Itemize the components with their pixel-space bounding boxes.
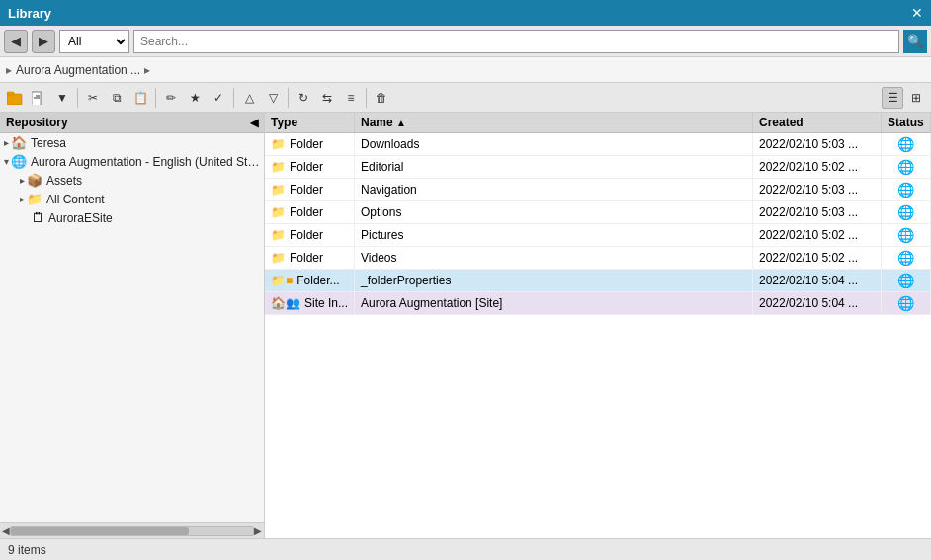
- list-view-button[interactable]: ☰: [882, 87, 903, 109]
- cell-status: 🌐: [882, 224, 931, 247]
- refresh-button[interactable]: ↻: [293, 87, 314, 109]
- col-header-name[interactable]: Name ▲: [355, 113, 753, 133]
- scroll-left-arrow[interactable]: ◀: [2, 525, 10, 536]
- cell-status: 🌐: [882, 292, 931, 315]
- sidebar-item-assets[interactable]: ▸ 📦 Assets: [0, 171, 264, 190]
- approve-button[interactable]: ✓: [208, 87, 229, 109]
- cell-created: 2022/02/10 5:04 ...: [753, 292, 882, 315]
- edit-button[interactable]: ✏: [160, 87, 182, 109]
- cell-name: Pictures: [355, 224, 753, 247]
- scroll-track[interactable]: [10, 526, 254, 536]
- teresa-label: Teresa: [31, 136, 66, 150]
- sidebar-item-auroraEsite[interactable]: 🗒 AuroraESite: [0, 208, 264, 227]
- teresa-home-icon: 🏠: [11, 135, 27, 150]
- sync-button[interactable]: ⇆: [316, 87, 338, 109]
- aurora-label: Aurora Augmentation - English (United St…: [31, 155, 260, 169]
- col-header-type[interactable]: Type: [265, 113, 355, 133]
- status-globe-icon: 🌐: [897, 204, 914, 220]
- cell-created: 2022/02/10 5:03 ...: [753, 179, 882, 201]
- status-globe-icon: 🌐: [897, 227, 914, 243]
- copy-button[interactable]: ⧉: [106, 87, 127, 109]
- svg-rect-1: [7, 92, 14, 95]
- sidebar-item-allcontent[interactable]: ▸ 📁 All Content: [0, 190, 264, 208]
- favorite-button[interactable]: ★: [184, 87, 206, 109]
- filter-dropdown[interactable]: All Folders Assets: [59, 30, 129, 53]
- col-header-status[interactable]: Status: [882, 113, 931, 133]
- cell-created: 2022/02/10 5:04 ...: [753, 270, 882, 292]
- cell-type: 📁■Folder...: [265, 270, 355, 292]
- aurora-arrow[interactable]: ▾: [4, 156, 9, 167]
- cell-created: 2022/02/10 5:02 ...: [753, 247, 882, 270]
- dropdown-arrow-button[interactable]: ▼: [51, 87, 73, 109]
- type-label: Folder: [290, 137, 323, 151]
- status-globe-icon: 🌐: [897, 182, 914, 198]
- forward-button[interactable]: ▶: [32, 30, 55, 53]
- scroll-right-arrow[interactable]: ▶: [254, 525, 262, 536]
- paste-button[interactable]: 📋: [129, 87, 151, 109]
- type-label: Folder: [290, 205, 323, 219]
- table-row[interactable]: 📁FolderOptions2022/02/10 5:03 ...🌐: [265, 201, 931, 224]
- cell-status: 🌐: [882, 179, 931, 201]
- grid-view-button[interactable]: ⊞: [905, 87, 927, 109]
- view-toggle-group: ☰ ⊞: [882, 87, 927, 109]
- cell-name: Aurora Augmentation [Site]: [355, 292, 753, 315]
- cell-status: 🌐: [882, 270, 931, 292]
- new-folder-button[interactable]: [4, 87, 26, 109]
- next-button[interactable]: ▽: [262, 87, 284, 109]
- table-row[interactable]: 📁FolderDownloads2022/02/10 5:03 ...🌐: [265, 133, 931, 156]
- main-area: Repository ◀ ▸ 🏠 Teresa ▾ 🌐 Aurora Augme…: [0, 113, 931, 538]
- table-row[interactable]: 📁FolderEditorial2022/02/10 5:02 ...🌐: [265, 156, 931, 179]
- breadcrumb-root-sep: ▸: [6, 63, 12, 77]
- delete-button[interactable]: 🗑: [371, 87, 392, 109]
- cell-name: Videos: [355, 247, 753, 270]
- cell-name: Downloads: [355, 133, 753, 156]
- status-globe-icon: 🌐: [897, 273, 914, 288]
- table-row[interactable]: 🏠👥Site In...Aurora Augmentation [Site]20…: [265, 292, 931, 315]
- options-button[interactable]: ≡: [340, 87, 362, 109]
- new-item-button[interactable]: [28, 87, 49, 109]
- sidebar-item-aurora[interactable]: ▾ 🌐 Aurora Augmentation - English (Unite…: [0, 152, 264, 171]
- assets-label: Assets: [46, 174, 82, 188]
- back-button[interactable]: ◀: [4, 30, 28, 53]
- allcontent-arrow[interactable]: ▸: [20, 194, 25, 204]
- type-label: Folder: [290, 228, 323, 242]
- cell-created: 2022/02/10 5:02 ...: [753, 224, 882, 247]
- aurora-globe-icon: 🌐: [11, 154, 27, 169]
- toolbar: ▼ ✂ ⧉ 📋 ✏ ★ ✓ △ ▽ ↻ ⇆ ≡ 🗑 ☰ ⊞: [0, 83, 931, 113]
- type-icon: 📁: [271, 205, 286, 219]
- assets-arrow[interactable]: ▸: [20, 175, 25, 186]
- teresa-arrow[interactable]: ▸: [4, 137, 9, 148]
- col-header-created[interactable]: Created: [753, 113, 882, 133]
- table-row[interactable]: 📁FolderNavigation2022/02/10 5:03 ...🌐: [265, 179, 931, 201]
- table-header-row: Type Name ▲ Created Status: [265, 113, 931, 133]
- close-button[interactable]: ✕: [911, 5, 923, 21]
- sidebar-tree: ▸ 🏠 Teresa ▾ 🌐 Aurora Augmentation - Eng…: [0, 133, 264, 522]
- type-icon: 📁: [271, 251, 286, 265]
- breadcrumb-sep-2: ▸: [144, 63, 150, 77]
- cut-button[interactable]: ✂: [82, 87, 104, 109]
- sidebar-item-teresa[interactable]: ▸ 🏠 Teresa: [0, 133, 264, 152]
- cell-created: 2022/02/10 5:03 ...: [753, 201, 882, 224]
- table-row[interactable]: 📁FolderPictures2022/02/10 5:02 ...🌐: [265, 224, 931, 247]
- allcontent-folder-icon: 📁: [27, 192, 42, 206]
- cell-created: 2022/02/10 5:03 ...: [753, 133, 882, 156]
- content-rows: 📁FolderDownloads2022/02/10 5:03 ...🌐📁Fol…: [265, 133, 931, 315]
- scroll-thumb[interactable]: [11, 527, 189, 535]
- search-button[interactable]: 🔍: [903, 30, 927, 53]
- auroraEsite-label: AuroraESite: [48, 211, 113, 225]
- table-row[interactable]: 📁FolderVideos2022/02/10 5:02 ...🌐: [265, 247, 931, 270]
- cell-status: 🌐: [882, 201, 931, 224]
- search-input[interactable]: [133, 30, 899, 53]
- breadcrumb-aurora[interactable]: Aurora Augmentation ...: [16, 63, 140, 77]
- toolbar-separator-4: [288, 88, 289, 108]
- type-icon: 📁■: [271, 274, 293, 287]
- content-table: Type Name ▲ Created Status 📁FolderDownlo…: [265, 113, 931, 315]
- table-row[interactable]: 📁■Folder..._folderProperties2022/02/10 5…: [265, 270, 931, 292]
- type-icon: 📁: [271, 137, 286, 151]
- app-title: Library: [8, 6, 51, 21]
- type-label: Folder: [290, 160, 323, 174]
- toolbar-separator-2: [155, 88, 156, 108]
- sidebar-collapse-button[interactable]: ◀: [250, 117, 258, 129]
- prev-button[interactable]: △: [238, 87, 260, 109]
- sidebar-scrollbar[interactable]: ◀ ▶: [0, 522, 264, 538]
